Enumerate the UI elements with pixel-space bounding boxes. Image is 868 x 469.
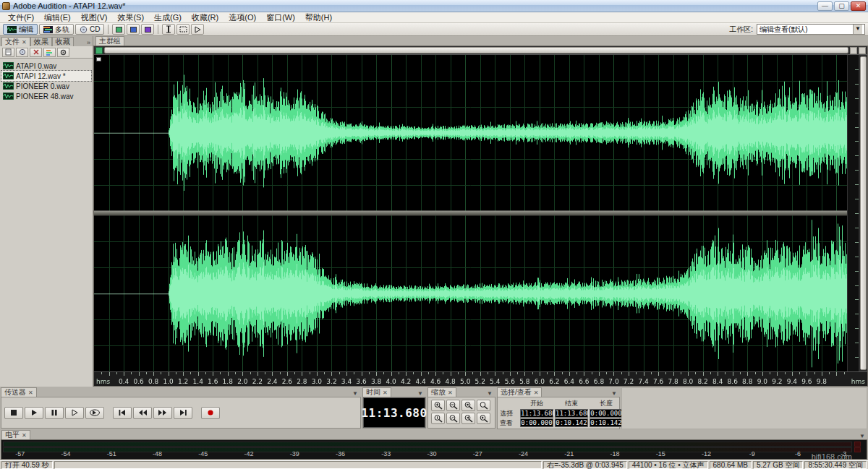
menu-favorites[interactable]: 收藏(R) [187, 12, 224, 23]
rewind-button[interactable] [133, 407, 152, 419]
zoom-in-v-button[interactable] [431, 413, 445, 424]
horizontal-scrollbar-thumb[interactable] [104, 47, 848, 53]
panel-menu-icon[interactable]: ▼ [484, 390, 495, 397]
zoom-in-h-button[interactable] [431, 400, 445, 411]
view-start-field[interactable]: 0:00.000 [520, 418, 553, 427]
level-scale-label: -45 [198, 450, 208, 457]
menu-help[interactable]: 帮助(H) [300, 12, 337, 23]
close-icon[interactable]: ✕ [383, 390, 388, 396]
status-disk-space: 5.27 GB 空间 [753, 461, 803, 469]
pause-button[interactable] [45, 407, 64, 419]
import-cd-button[interactable] [16, 48, 28, 57]
vertical-scrollbar[interactable] [859, 55, 867, 371]
close-icon[interactable]: ✕ [22, 39, 27, 46]
goto-end-button[interactable] [174, 407, 192, 419]
view-phase-button[interactable] [141, 24, 154, 35]
tab-selection-view[interactable]: 选择/查看 ✕ [497, 387, 542, 397]
zoom-full-button[interactable] [477, 400, 490, 411]
record-button[interactable] [201, 407, 220, 419]
selection-length-field[interactable]: 0:00.000 [590, 409, 623, 418]
time-display[interactable]: 11:13.680 [363, 397, 425, 428]
view-length-field[interactable]: 0:10.142 [590, 418, 623, 427]
zoom-sel-left-button[interactable] [461, 413, 475, 424]
tab-overflow-icon[interactable]: » [85, 39, 93, 46]
view-waveform-button[interactable] [112, 24, 125, 35]
edit-view-button[interactable]: 编辑 [3, 24, 38, 35]
panel-menu-icon[interactable]: ▼ [856, 433, 868, 439]
scrub-tool-button[interactable] [191, 24, 204, 35]
close-file-button[interactable] [30, 48, 42, 57]
chevron-down-icon[interactable]: ▼ [853, 25, 862, 34]
fast-forward-icon [158, 409, 168, 416]
close-icon[interactable]: ✕ [28, 390, 33, 396]
cd-view-label: CD [90, 25, 100, 33]
menu-generate[interactable]: 生成(G) [149, 12, 187, 23]
selection-corner [500, 399, 519, 408]
scrollbar-left-cap[interactable] [95, 47, 103, 54]
tab-zoom[interactable]: 缩放 ✕ [427, 387, 456, 397]
time-selection-tool-button[interactable] [162, 24, 175, 35]
vertical-scrollbar-thumb[interactable] [860, 56, 867, 370]
menu-edit[interactable]: 编辑(E) [39, 12, 76, 23]
menu-view[interactable]: 视图(V) [76, 12, 113, 23]
cd-view-button[interactable]: CD [75, 24, 104, 35]
view-end-field[interactable]: 0:10.142 [555, 418, 588, 427]
file-item[interactable]: ATAPI 0.wav [1, 61, 91, 71]
tab-transport[interactable]: 传送器 ✕ [1, 387, 37, 397]
goto-start-button[interactable] [113, 407, 132, 419]
horizontal-scrollbar[interactable] [94, 46, 867, 55]
tab-time[interactable]: 时间 ✕ [362, 387, 391, 397]
file-item-selected[interactable]: ATAPI 12.wav * [1, 71, 91, 81]
menu-effects[interactable]: 效果(S) [112, 12, 149, 23]
panel-menu-icon[interactable]: ▼ [608, 390, 620, 397]
file-options-button[interactable] [57, 48, 69, 57]
maximize-button[interactable]: ▢ [834, 1, 849, 11]
menu-file[interactable]: 文件(F) [3, 12, 39, 23]
marquee-tool-button[interactable] [176, 24, 190, 35]
stop-button[interactable] [4, 407, 23, 419]
file-item[interactable]: PIONEER 0.wav [1, 81, 91, 91]
insert-multitrack-button[interactable] [43, 48, 56, 57]
scrollbar-right-button[interactable] [850, 47, 857, 54]
view-spectral-button[interactable] [127, 24, 140, 35]
panel-menu-icon[interactable]: ▼ [414, 390, 426, 397]
multitrack-view-label: 多轨 [55, 25, 69, 35]
file-item[interactable]: PIONEER 48.wav [1, 91, 91, 101]
play-button[interactable] [25, 407, 43, 419]
waveform-display[interactable] [94, 55, 847, 371]
close-icon[interactable]: ✕ [448, 390, 453, 396]
close-icon[interactable]: ✕ [22, 432, 27, 439]
clip-start-marker[interactable] [96, 57, 101, 61]
close-button[interactable]: ✕ [851, 1, 866, 11]
file-name: ATAPI 12.wav * [16, 72, 66, 80]
tab-main-group[interactable]: 主群组 [95, 36, 124, 46]
clip-indicator-left[interactable] [854, 442, 861, 447]
zoom-sel-right-button[interactable] [477, 413, 490, 424]
time-ruler[interactable] [94, 371, 867, 386]
selection-start-field[interactable]: 11:13.680 [520, 409, 553, 418]
minimize-button[interactable]: — [817, 1, 833, 11]
app-icon [2, 2, 10, 10]
time-ruler-canvas[interactable] [94, 372, 867, 386]
selection-end-field[interactable]: 11:13.680 [555, 409, 588, 418]
tab-level[interactable]: 电平 ✕ [1, 430, 30, 439]
tab-effects[interactable]: 效果 [30, 37, 52, 46]
workspace-dropdown[interactable]: 编辑查看(默认) ▼ [757, 24, 865, 35]
menu-options[interactable]: 选项(O) [224, 12, 261, 23]
tab-files[interactable]: 文件 ✕ [1, 37, 30, 46]
menu-window[interactable]: 窗口(W) [261, 12, 300, 23]
play-spool-button[interactable] [65, 407, 84, 419]
zoom-selection-button[interactable] [461, 400, 475, 411]
play-loop-button[interactable] [85, 407, 104, 419]
fast-forward-button[interactable] [153, 407, 172, 419]
zoom-out-h-button[interactable] [446, 400, 460, 411]
tab-favorites[interactable]: 收藏 [52, 37, 74, 46]
main-toolbar: 编辑 多轨 CD 工作区: 编辑查看(默认) ▼ [0, 23, 868, 36]
amplitude-ruler[interactable] [847, 55, 859, 371]
scrollbar-right-button-2[interactable] [859, 47, 866, 54]
close-icon[interactable]: ✕ [534, 390, 539, 396]
zoom-out-v-button[interactable] [446, 413, 460, 424]
multitrack-view-button[interactable]: 多轨 [39, 24, 74, 35]
panel-menu-icon[interactable]: ▼ [349, 390, 361, 397]
import-file-button[interactable] [2, 48, 14, 57]
